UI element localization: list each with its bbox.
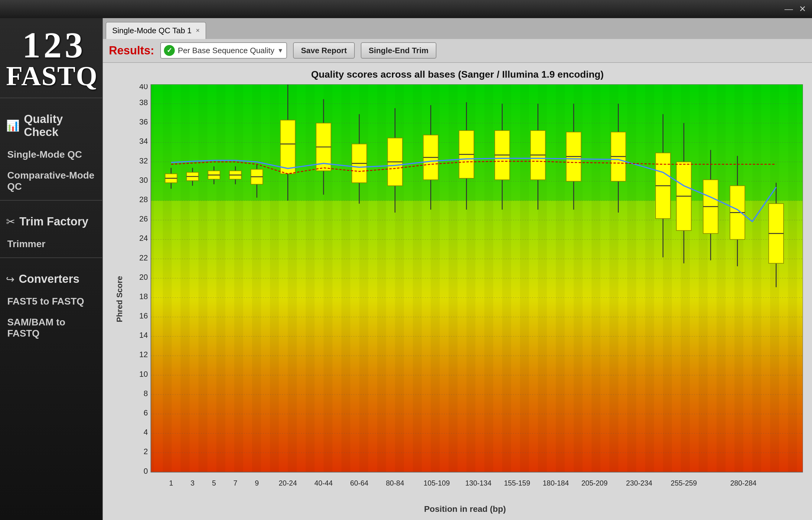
- svg-text:155-159: 155-159: [504, 479, 530, 487]
- svg-text:230-234: 230-234: [626, 479, 652, 487]
- sidebar-divider-3: [0, 257, 102, 258]
- sidebar-item-comparative-mode-qc[interactable]: Comparative-Mode QC: [0, 165, 102, 197]
- svg-text:12: 12: [139, 350, 148, 359]
- svg-text:7: 7: [233, 479, 238, 487]
- svg-text:180-184: 180-184: [543, 479, 569, 487]
- svg-text:1: 1: [169, 479, 173, 487]
- svg-text:105-109: 105-109: [424, 479, 450, 487]
- svg-text:6: 6: [144, 409, 148, 417]
- svg-text:14: 14: [139, 331, 148, 339]
- sidebar-divider-1: [0, 98, 102, 98]
- logo-area: 1 2 3 FASTQ: [0, 21, 102, 95]
- svg-text:80-84: 80-84: [386, 479, 404, 487]
- svg-text:38: 38: [139, 98, 148, 107]
- y-axis-label: Phred Score: [112, 84, 127, 514]
- trim-factory-header[interactable]: ✂ Trim Factory: [0, 210, 102, 234]
- svg-text:0: 0: [144, 467, 148, 475]
- svg-text:280-284: 280-284: [730, 479, 757, 487]
- svg-text:2: 2: [144, 447, 148, 456]
- single-end-trim-button[interactable]: Single-End Trim: [361, 42, 436, 59]
- svg-text:20-24: 20-24: [278, 479, 297, 487]
- sidebar-section-quality-check: 📊 Quality Check Single-Mode QC Comparati…: [0, 107, 102, 197]
- chart-svg: 0 2 4 6 8 10 12 14 16 18 20 22 2: [127, 84, 803, 502]
- sidebar-item-fast5-to-fastq[interactable]: FAST5 to FASTQ: [0, 291, 102, 312]
- svg-text:4: 4: [144, 428, 148, 436]
- toolbar: Results: ✓ Per Base Sequence Quality ▼ S…: [103, 39, 812, 63]
- main-layout: 1 2 3 FASTQ 📊 Quality Check Single-Mode …: [0, 18, 812, 520]
- save-report-button[interactable]: Save Report: [293, 42, 355, 59]
- svg-text:22: 22: [139, 253, 148, 262]
- svg-text:40-44: 40-44: [315, 479, 333, 487]
- sidebar-item-sam-bam-to-fastq[interactable]: SAM/BAM to FASTQ: [0, 312, 102, 344]
- sidebar-divider-2: [0, 200, 102, 201]
- svg-text:8: 8: [144, 389, 148, 397]
- bar-chart-icon: 📊: [6, 119, 20, 132]
- svg-text:205-209: 205-209: [581, 479, 608, 487]
- tab-bar: Single-Mode QC Tab 1 ×: [103, 18, 812, 39]
- quality-check-label: Quality Check: [24, 113, 96, 139]
- quality-dropdown[interactable]: ✓ Per Base Sequence Quality ▼: [160, 42, 287, 59]
- chart-title: Quality scores across all bases (Sanger …: [112, 69, 803, 80]
- scissors-icon: ✂: [6, 215, 15, 228]
- svg-text:60-64: 60-64: [350, 479, 368, 487]
- sidebar-section-trim-factory: ✂ Trim Factory Trimmer: [0, 210, 102, 254]
- chart-inner: 0 2 4 6 8 10 12 14 16 18 20 22 2: [127, 84, 803, 514]
- quality-check-header[interactable]: 📊 Quality Check: [0, 107, 102, 144]
- svg-text:5: 5: [212, 479, 216, 487]
- svg-text:34: 34: [139, 137, 148, 145]
- results-label: Results:: [109, 44, 154, 57]
- convert-icon: ↩: [6, 273, 15, 285]
- svg-text:32: 32: [139, 156, 148, 165]
- content-area: Single-Mode QC Tab 1 × Results: ✓ Per Ba…: [103, 18, 812, 520]
- tab-single-mode-qc[interactable]: Single-Mode QC Tab 1 ×: [106, 22, 206, 39]
- svg-text:24: 24: [139, 234, 148, 242]
- svg-text:30: 30: [139, 176, 148, 184]
- title-bar: — ✕: [0, 0, 812, 18]
- chevron-down-icon: ▼: [277, 47, 284, 54]
- svg-text:18: 18: [139, 292, 148, 301]
- svg-text:10: 10: [139, 369, 148, 378]
- x-axis-label: Position in read (bp): [127, 502, 803, 514]
- minimize-button[interactable]: —: [785, 5, 793, 13]
- logo-fastq: FASTQ: [6, 60, 96, 92]
- svg-text:20: 20: [139, 272, 148, 281]
- close-button[interactable]: ✕: [799, 5, 806, 13]
- chart-container: Quality scores across all bases (Sanger …: [103, 63, 812, 520]
- dropdown-text: Per Base Sequence Quality: [178, 46, 274, 55]
- chart-svg-area: 0 2 4 6 8 10 12 14 16 18 20 22 2: [127, 84, 803, 502]
- tab-label: Single-Mode QC Tab 1: [112, 26, 192, 35]
- converters-header[interactable]: ↩ Converters: [0, 267, 102, 291]
- svg-text:255-259: 255-259: [671, 479, 697, 487]
- svg-text:36: 36: [139, 118, 148, 126]
- chart-wrapper: Phred Score: [112, 84, 803, 514]
- sidebar-section-converters: ↩ Converters FAST5 to FASTQ SAM/BAM to F…: [0, 267, 102, 344]
- svg-rect-63: [280, 120, 295, 174]
- sidebar: 1 2 3 FASTQ 📊 Quality Check Single-Mode …: [0, 18, 103, 520]
- svg-text:16: 16: [139, 312, 148, 320]
- logo-numbers: 1 2 3: [6, 27, 96, 63]
- sidebar-item-single-mode-qc[interactable]: Single-Mode QC: [0, 144, 102, 165]
- sidebar-item-trimmer[interactable]: Trimmer: [0, 234, 102, 254]
- svg-text:26: 26: [139, 214, 148, 223]
- svg-text:9: 9: [255, 479, 259, 487]
- check-icon: ✓: [164, 45, 175, 56]
- tab-close-icon[interactable]: ×: [196, 27, 200, 34]
- svg-text:28: 28: [139, 195, 148, 204]
- trim-factory-label: Trim Factory: [19, 215, 88, 228]
- converters-label: Converters: [19, 272, 79, 286]
- svg-text:130-134: 130-134: [465, 479, 491, 487]
- svg-text:3: 3: [191, 479, 194, 487]
- svg-text:40: 40: [139, 84, 148, 90]
